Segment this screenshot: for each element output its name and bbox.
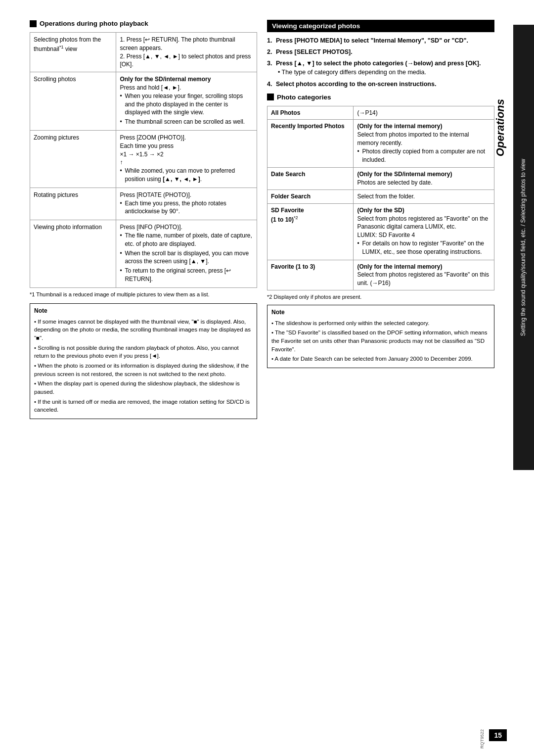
footnote-2: *2 Displayed only if photos are present. — [267, 293, 494, 301]
steps-cell: Press [ZOOM (PHOTO)]. Each time you pres… — [116, 130, 257, 188]
cat-desc-cell: (→P14) — [354, 106, 494, 120]
main-content: Operations during photo playback Selecti… — [30, 20, 509, 736]
left-note-3: When the photo is zoomed or its informat… — [34, 362, 253, 378]
header-square-icon — [30, 20, 37, 27]
page-container: Operations during photo playback Selecti… — [0, 0, 534, 756]
side-tab-text: Setting the sound quality/sound field, e… — [520, 159, 528, 336]
cat-name-cell: All Photos — [267, 106, 354, 120]
action-cell: Viewing photo information — [30, 220, 116, 288]
side-tab: Setting the sound quality/sound field, e… — [513, 25, 534, 470]
right-note-1: The slideshow is performed only within t… — [271, 319, 490, 328]
steps-cell: Press [ROTATE (PHOTO)]. Each time you pr… — [116, 188, 257, 220]
cat-desc-cell: (Only for the internal memory) Select fr… — [354, 260, 494, 290]
page-number: 15 — [489, 729, 507, 741]
right-section-title: Viewing categorized photos — [267, 20, 494, 32]
table-row: Date Search (Only for the SD/internal me… — [267, 168, 494, 190]
page-code: RQT9522 — [480, 729, 485, 749]
steps-cell: Only for the SD/internal memory Press an… — [116, 72, 257, 131]
right-note-title: Note — [271, 308, 490, 317]
table-row: Recently Imported Photos (Only for the i… — [267, 120, 494, 168]
table-row: Folder Search Select from the folder. — [267, 190, 494, 204]
table-row: Scrolling photos Only for the SD/interna… — [30, 72, 257, 131]
action-cell: Rotating pictures — [30, 188, 116, 220]
footnote-1: *1 Thumbnail is a reduced image of multi… — [30, 291, 257, 298]
left-note-box: Note If some images cannot be displayed … — [30, 303, 257, 419]
photo-categories-header: Photo categories — [267, 94, 494, 101]
cat-name-cell: Date Search — [267, 168, 354, 190]
right-column: Viewing categorized photos 1.Press [PHOT… — [267, 20, 494, 736]
table-row: Rotating pictures Press [ROTATE (PHOTO)]… — [30, 188, 257, 220]
cat-name-cell: Favorite (1 to 3) — [267, 260, 354, 290]
step-2: 2.Press [SELECT PHOTOS]. — [267, 47, 494, 56]
step-3: 3.Press [▲, ▼] to select the photo categ… — [267, 59, 494, 77]
table-row: Selecting photos from the thumbnail*1 vi… — [30, 33, 257, 72]
action-cell: Selecting photos from the thumbnail*1 vi… — [30, 33, 116, 72]
cat-name-cell: Recently Imported Photos — [267, 120, 354, 168]
right-note-box: Note The slideshow is performed only wit… — [267, 305, 494, 368]
steps-cell: 1. Press [↩ RETURN]. The photo thumbnail… — [116, 33, 257, 72]
left-note-4: When the display part is opened during t… — [34, 379, 253, 396]
action-cell: Scrolling photos — [30, 72, 116, 131]
right-note-3: A date for Date Search can be selected f… — [271, 355, 490, 363]
step-4: 4.Select photos according to the on-scre… — [267, 80, 494, 89]
left-note-5: If the unit is turned off or media are r… — [34, 398, 253, 414]
left-section-header: Operations during photo playback — [30, 20, 257, 27]
left-column: Operations during photo playback Selecti… — [30, 20, 257, 736]
action-cell: Zooming pictures — [30, 130, 116, 188]
cat-desc-cell: (Only for the SD/internal memory) Photos… — [354, 168, 494, 190]
numbered-steps-list: 1.Press [PHOTO MEDIA] to select "Interna… — [267, 36, 494, 89]
photo-categories-title: Photo categories — [277, 94, 331, 101]
cat-name-cell: Folder Search — [267, 190, 354, 204]
table-row: Viewing photo information Press [INFO (P… — [30, 220, 257, 288]
cat-desc-cell: (Only for the internal memory) Select fr… — [354, 120, 494, 168]
left-section-title: Operations during photo playback — [40, 20, 148, 27]
left-note-1: If some images cannot be displayed with … — [34, 318, 253, 342]
photo-categories-table: All Photos (→P14) Recently Imported Phot… — [267, 106, 494, 290]
cat-desc-cell: Select from the folder. — [354, 190, 494, 204]
table-row: Favorite (1 to 3) (Only for the internal… — [267, 260, 494, 290]
left-note-2: Scrolling is not possible during the ran… — [34, 344, 253, 360]
table-row: Zooming pictures Press [ZOOM (PHOTO)]. E… — [30, 130, 257, 188]
categories-square-icon — [267, 94, 274, 100]
cat-name-cell: SD Favorite(1 to 10)*2 — [267, 203, 354, 260]
table-row: All Photos (→P14) — [267, 106, 494, 120]
operations-italic-label: Operations — [494, 99, 507, 156]
cat-desc-cell: (Only for the SD) Select from photos reg… — [354, 203, 494, 260]
left-note-title: Note — [34, 307, 253, 315]
table-row: SD Favorite(1 to 10)*2 (Only for the SD)… — [267, 203, 494, 260]
right-note-2: The "SD Favorite" is classified based on… — [271, 329, 490, 353]
steps-cell: Press [INFO (PHOTO)]. The file name, num… — [116, 220, 257, 288]
operations-table: Selecting photos from the thumbnail*1 vi… — [30, 32, 257, 288]
step-1: 1.Press [PHOTO MEDIA] to select "Interna… — [267, 36, 494, 45]
